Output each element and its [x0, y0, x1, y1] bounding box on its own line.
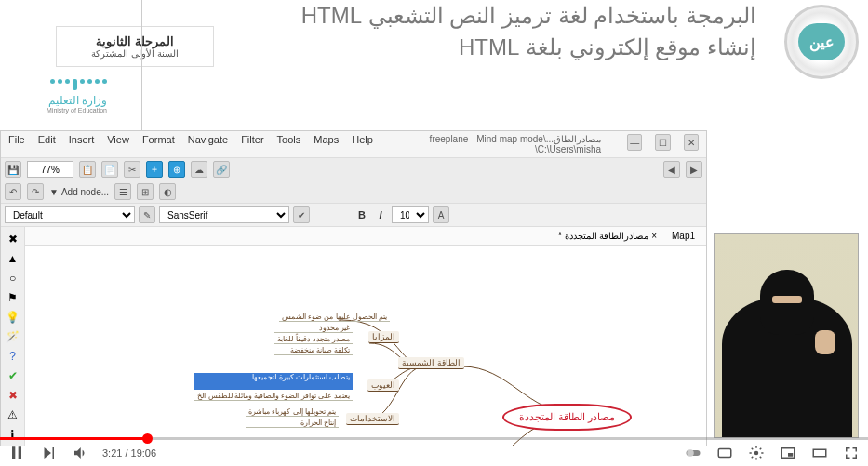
solar-adv3[interactable]: تكلفة صيانة منخفضة — [274, 346, 353, 355]
stage-subtitle: السنة الأولى المشتركة — [66, 48, 204, 59]
picker-icon[interactable]: ✎ — [139, 206, 155, 223]
fullscreen-button[interactable] — [842, 444, 861, 462]
right-icon[interactable]: ▶ — [686, 161, 702, 178]
play-pause-button[interactable] — [7, 444, 26, 462]
wizard-icon[interactable]: 🪄 — [5, 328, 21, 344]
format-bar: Default ✎ SansSerif ✔ B I 10 A — [1, 204, 706, 227]
save-icon[interactable]: 💾 — [5, 161, 21, 178]
add-node-menu[interactable]: ▼ Add node... — [49, 187, 109, 197]
child-node-button[interactable]: ⊕ — [168, 161, 185, 178]
lesson-header: البرمجة باستخدام لغة ترميز النص التشعبي … — [0, 0, 868, 130]
svg-rect-5 — [788, 453, 793, 457]
menu-view[interactable]: View — [107, 134, 129, 154]
svg-point-3 — [754, 451, 759, 456]
theater-button[interactable] — [810, 444, 829, 462]
ain-logo: عين — [784, 5, 859, 79]
miniplayer-button[interactable] — [779, 444, 797, 462]
style-select[interactable]: Default — [5, 206, 135, 223]
autoplay-toggle[interactable] — [684, 444, 702, 462]
cut-icon[interactable]: ✂ — [124, 161, 140, 178]
solar-use2[interactable]: إنتاج الحرارة — [246, 419, 339, 428]
solar-adv1[interactable]: غير محدود — [274, 324, 353, 333]
copy-icon[interactable]: 📄 — [101, 161, 118, 178]
root-node[interactable]: مصادر الطاقة المتجددة — [502, 404, 632, 431]
time-display: 3:21 / 19:06 — [102, 447, 156, 459]
text-color-icon[interactable]: A — [433, 206, 449, 223]
bold-button[interactable]: B — [354, 207, 369, 222]
moe-sub: Ministry of Education — [47, 107, 107, 113]
solar-dis[interactable]: العيوب — [367, 379, 399, 392]
solar-adv2[interactable]: مصدر متجدد دقيقاً للغابة — [274, 335, 353, 344]
question-icon[interactable]: ? — [5, 348, 21, 364]
stage-title: المرحلة الثانوية — [66, 34, 204, 48]
undo-icon[interactable]: ↶ — [5, 183, 21, 200]
maximize-button[interactable]: ☐ — [655, 134, 670, 151]
solar-use1[interactable]: يتم تحويلها إلى كهرباء مباشرة — [246, 407, 339, 417]
menu-file[interactable]: File — [8, 134, 25, 154]
moe-name: وزارة التعليم — [47, 94, 107, 107]
captions-button[interactable] — [715, 444, 734, 462]
flag-icon[interactable]: ⚑ — [5, 289, 21, 305]
svg-point-1 — [687, 449, 694, 457]
close-button[interactable]: ✕ — [684, 134, 699, 151]
solar-adv[interactable]: المزايا — [368, 331, 399, 343]
toolbar-main: 💾 📋 📄 ✂ ＋ ⊕ ☁ 🔗 ◀ ▶ — [1, 157, 706, 180]
bulb-icon[interactable]: 💡 — [5, 309, 21, 325]
solar-dis1-selected[interactable]: يتطلب استثمارات كبيرة لتجميعها — [194, 373, 353, 390]
apply-icon[interactable]: ✔ — [293, 206, 310, 223]
title-line-2: إنشاء موقع إلكتروني بلغة HTML — [301, 32, 756, 63]
mindmap-canvas[interactable]: مصادر الطاقة المتجددة الطاقة الشمسية يتم… — [25, 246, 706, 446]
up-icon[interactable]: ▲ — [5, 250, 21, 266]
presenter-figure — [722, 260, 852, 437]
cancel-icon[interactable]: ✖ — [5, 387, 21, 403]
menu-filter[interactable]: Filter — [241, 134, 263, 154]
menu-edit[interactable]: Edit — [38, 134, 56, 154]
zoom-field[interactable] — [27, 161, 73, 178]
tab-current[interactable]: × مصادرالطاقة المتجددة * — [551, 229, 664, 243]
font-select[interactable]: SansSerif — [159, 206, 289, 223]
minimize-button[interactable]: — — [627, 134, 642, 151]
paste-icon[interactable]: 📋 — [79, 161, 96, 178]
toolbar-secondary: ↶ ↷ ▼ Add node... ☰ ⊞ ◐ — [1, 180, 706, 204]
menu-bar: File Edit Insert View Format Navigate Fi… — [1, 131, 706, 157]
menu-insert[interactable]: Insert — [69, 134, 95, 154]
font-size-select[interactable]: 10 — [392, 206, 429, 223]
solar-dis2[interactable]: يعتمد على توافر الضوء والصافية ومائلة لل… — [194, 392, 353, 401]
solar-uses[interactable]: الاستخدامات — [346, 413, 399, 425]
moe-logo: وزارة التعليم Ministry of Education — [47, 79, 107, 113]
ain-text: عين — [798, 23, 845, 60]
blank-icon[interactable]: ○ — [5, 270, 21, 286]
volume-button[interactable] — [71, 444, 89, 462]
ok-icon[interactable]: ✔ — [5, 367, 21, 383]
warning-icon[interactable]: ⚠ — [5, 406, 21, 422]
menu-navigate[interactable]: Navigate — [188, 134, 228, 154]
svg-rect-2 — [718, 449, 731, 458]
divider — [141, 0, 142, 130]
style-icon[interactable]: ◐ — [159, 183, 176, 200]
lesson-title: البرمجة باستخدام لغة ترميز النص التشعبي … — [301, 0, 756, 62]
freeplane-window: File Edit Insert View Format Navigate Fi… — [0, 130, 707, 446]
italic-button[interactable]: I — [373, 207, 388, 222]
stage-card: المرحلة الثانوية السنة الأولى المشتركة — [56, 26, 214, 67]
menu-maps[interactable]: Maps — [314, 134, 339, 154]
video-controls: 3:21 / 19:06 — [0, 438, 868, 466]
redo-icon[interactable]: ↷ — [27, 183, 44, 200]
cloud-icon[interactable]: ☁ — [191, 161, 207, 178]
settings-icon[interactable] — [747, 444, 766, 462]
remove-icon[interactable]: ✖ — [5, 231, 21, 246]
title-line-1: البرمجة باستخدام لغة ترميز النص التشعبي … — [301, 0, 756, 32]
outline-icon[interactable]: ☰ — [114, 183, 131, 200]
menu-help[interactable]: Help — [352, 134, 373, 154]
map-tabs: Map1 × مصادرالطاقة المتجددة * — [25, 227, 706, 246]
branch-solar[interactable]: الطاقة الشمسية — [398, 357, 464, 369]
tab-map1[interactable]: Map1 — [664, 229, 702, 243]
tree-icon[interactable]: ⊞ — [137, 183, 154, 200]
left-icon[interactable]: ◀ — [663, 161, 680, 178]
menu-tools[interactable]: Tools — [277, 134, 301, 154]
next-button[interactable] — [39, 444, 58, 462]
menu-format[interactable]: Format — [142, 134, 175, 154]
presenter-video — [714, 233, 859, 438]
link-icon[interactable]: 🔗 — [213, 161, 230, 178]
new-node-button[interactable]: ＋ — [146, 161, 163, 178]
solar-src[interactable]: يتم الحصول عليها من ضوء الشمس — [279, 313, 390, 322]
